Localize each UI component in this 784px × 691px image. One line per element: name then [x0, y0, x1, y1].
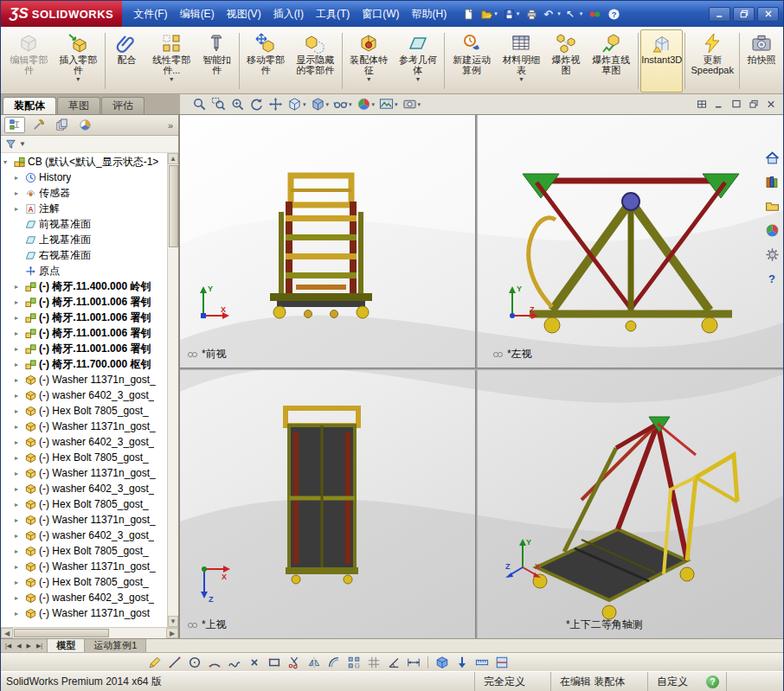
status-help-badge[interactable]: ?: [706, 675, 719, 688]
titlebar-new-button[interactable]: [459, 5, 477, 22]
titlebar-help-circle-button[interactable]: ?: [605, 5, 622, 22]
menu-item-1[interactable]: 编辑(E): [174, 1, 221, 27]
sketch-grid-button[interactable]: [365, 654, 382, 670]
viewport-isometric[interactable]: Y X Z *上下二等角轴测: [478, 370, 783, 638]
viewport-splitter-horizontal[interactable]: [180, 368, 783, 370]
hud-view-settings-button[interactable]: ▾: [402, 96, 421, 113]
ribbon-exploded-view-button[interactable]: 爆炸视图: [546, 29, 587, 93]
viewport-front[interactable]: Y X *前视: [180, 115, 475, 368]
tree-item[interactable]: ▸(-) 椅牙.11.001.006 署钊: [1, 325, 167, 341]
tree-item[interactable]: ▸(-) 椅牙.11.400.000 岭钊: [1, 278, 167, 294]
scroll-left-arrow[interactable]: ◀: [1, 628, 13, 638]
win-close-button[interactable]: [757, 7, 779, 22]
home-tab[interactable]: [764, 150, 781, 165]
tree-item[interactable]: ▸(-) Hex Bolt 7805_gost_: [1, 574, 167, 590]
tree-item[interactable]: ▸(-) Washer 11371n_gost_: [1, 419, 167, 434]
menu-item-5[interactable]: 窗口(W): [356, 1, 405, 27]
tree-item[interactable]: ▸(-) Hex Bolt 7805_gost_: [1, 496, 167, 512]
tree-item[interactable]: ▸(-) Washer 11371n_gost_: [1, 512, 167, 528]
scroll-thumb[interactable]: [169, 165, 178, 247]
sketch-view-cube-button[interactable]: [434, 654, 451, 670]
ribbon-instant3d-button[interactable]: Instant3D: [640, 29, 683, 93]
tree-item[interactable]: ▸传感器: [1, 185, 167, 201]
win-minimize-button[interactable]: [709, 7, 730, 22]
featuremanager-tab[interactable]: [4, 117, 25, 133]
tree-item[interactable]: ▸(-) washer 6402_3_gost_: [1, 590, 167, 605]
file-explorer-tab[interactable]: [764, 198, 781, 214]
tree-item[interactable]: ▸A注解: [1, 201, 167, 216]
viewport-top[interactable]: Z X *上视: [180, 370, 475, 638]
configurationmanager-tab[interactable]: [51, 117, 72, 133]
tree-item[interactable]: ▸History: [1, 170, 167, 185]
menu-item-4[interactable]: 工具(T): [310, 1, 356, 27]
ribbon-snapshot-button[interactable]: 拍快照: [742, 29, 781, 93]
tree-item[interactable]: ▸(-) Hex Bolt 7805_gost_: [1, 543, 167, 559]
tree-item[interactable]: 前视基准面: [1, 216, 167, 232]
panel-overflow-button[interactable]: »: [168, 120, 175, 131]
sketch-circle-button[interactable]: [186, 654, 203, 670]
viewport-left[interactable]: Y Z *左视: [478, 115, 783, 368]
titlebar-record-toggle-button[interactable]: [586, 5, 603, 22]
sketch-section-box-button[interactable]: [493, 654, 511, 670]
tab-nav-button-1[interactable]: ◀: [14, 643, 23, 649]
sketch-rectangle-button[interactable]: [266, 654, 283, 670]
propertymanager-tab[interactable]: [28, 117, 48, 133]
tree-item[interactable]: ▸(-) 椅牙.11.001.006 署钊: [1, 294, 167, 310]
tree-horizontal-scrollbar[interactable]: ◀ ▶: [1, 627, 178, 638]
tree-item[interactable]: 原点: [1, 263, 167, 278]
menu-item-3[interactable]: 插入(I): [267, 1, 310, 27]
tree-item[interactable]: 上视基准面: [1, 232, 167, 247]
doc-close-button[interactable]: [764, 98, 778, 111]
doc-minimize-button[interactable]: [712, 98, 726, 111]
sketch-arc-button[interactable]: [206, 654, 223, 670]
titlebar-print-button[interactable]: [523, 5, 540, 22]
tree-item[interactable]: ▸(-) 椅牙.11.001.006 署钊: [1, 341, 167, 356]
doc-maximize-button[interactable]: [729, 98, 743, 111]
status-custom-button[interactable]: 自定义: [647, 672, 699, 691]
design-library-tab[interactable]: [764, 174, 781, 189]
sketch-down-arrow-button[interactable]: [453, 654, 471, 670]
tree-vertical-scrollbar[interactable]: ▲ ▼: [167, 153, 178, 627]
hud-zoom-fit-button[interactable]: [192, 96, 207, 113]
ribbon-motion-study-button[interactable]: 新建运动算例: [447, 29, 497, 93]
tab-evaluate[interactable]: 评估: [101, 97, 145, 114]
ribbon-reference-geometry-button[interactable]: 参考几何体▼: [394, 29, 443, 93]
sketch-smart-dimension-button[interactable]: [405, 654, 422, 670]
sketch-spline-button[interactable]: [226, 654, 243, 670]
tree-item[interactable]: ▸(-) washer 6402_3_gost_: [1, 387, 167, 403]
help-tab[interactable]: ?: [764, 271, 781, 286]
sketch-sketch-pattern-button[interactable]: [345, 654, 363, 670]
ribbon-smart-fasteners-button[interactable]: 智能扣件: [196, 29, 237, 93]
displaymanager-tab[interactable]: [74, 117, 95, 133]
ribbon-insert-component-button[interactable]: 插入零部件▼: [54, 29, 103, 93]
ribbon-linear-pattern-button[interactable]: 线性零部件...▼: [146, 29, 196, 93]
tree-item[interactable]: ▸(-) Hex Bolt 7805_gost_: [1, 403, 167, 419]
doc-restore-button[interactable]: [747, 98, 761, 111]
titlebar-undo-button[interactable]: ↶▾: [542, 5, 562, 22]
ribbon-assembly-features-button[interactable]: 装配体特征▼: [344, 29, 394, 93]
scroll-up-arrow[interactable]: ▲: [168, 153, 178, 164]
tree-item[interactable]: ▸(-) washer 6402_3_gost_: [1, 481, 167, 496]
tree-item[interactable]: ▸(-) 椅牙.11.700.000 枢钊: [1, 356, 167, 372]
ribbon-move-component-button[interactable]: 移动零部件: [241, 29, 291, 93]
tree-item[interactable]: ▸(-) Washer 11371n_gost_: [1, 372, 167, 387]
scroll-down-arrow[interactable]: ▼: [168, 616, 178, 627]
hud-pan-button[interactable]: [268, 96, 283, 113]
titlebar-open-button[interactable]: ▾: [479, 5, 499, 22]
menu-item-2[interactable]: 视图(V): [221, 1, 267, 27]
tab-assembly[interactable]: 装配体: [3, 97, 56, 114]
graphics-area[interactable]: Y X *前视: [180, 115, 783, 638]
quad-view-button[interactable]: [695, 98, 709, 111]
appearances-tab[interactable]: [764, 222, 781, 238]
menu-item-6[interactable]: 帮助(H): [406, 1, 453, 27]
ribbon-bom-button[interactable]: 材料明细表▼: [497, 29, 546, 93]
menu-item-0[interactable]: 文件(F): [127, 1, 173, 27]
hud-hide-show-items-button[interactable]: ▾: [333, 96, 352, 113]
tree-item[interactable]: ▸(-) washer 6402_3_gost_: [1, 528, 167, 543]
filter-button[interactable]: [5, 138, 16, 150]
tab-sketch[interactable]: 草图: [57, 97, 100, 114]
model-tab-1[interactable]: 运动算例1: [85, 639, 146, 652]
sketch-angle-button[interactable]: [385, 654, 402, 670]
hud-zoom-in-out-button[interactable]: [230, 96, 245, 113]
sketch-sketch-button[interactable]: [146, 654, 164, 670]
